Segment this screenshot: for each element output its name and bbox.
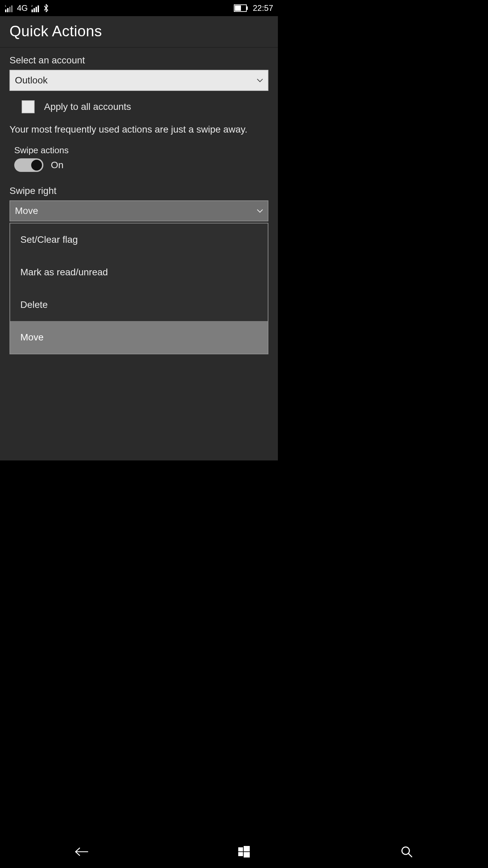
account-select-value: Outlook — [15, 75, 48, 86]
toggle-knob — [31, 160, 42, 171]
apply-all-checkbox[interactable] — [22, 100, 35, 113]
svg-rect-1 — [5, 9, 6, 12]
battery-icon — [234, 4, 248, 12]
svg-rect-9 — [38, 5, 39, 12]
bluetooth-icon — [43, 4, 49, 13]
swipe-right-select[interactable]: Move — [9, 200, 268, 221]
signal-sim1-icon: 1 — [5, 4, 14, 12]
dropdown-option[interactable]: Set/Clear flag — [10, 223, 268, 256]
dropdown-option-selected[interactable]: Move — [10, 321, 268, 354]
status-right: 22:57 — [234, 3, 273, 13]
svg-rect-6 — [32, 9, 33, 12]
swipe-actions-toggle[interactable] — [14, 158, 43, 172]
dropdown-option[interactable]: Delete — [10, 289, 268, 321]
svg-text:2: 2 — [31, 4, 33, 7]
description-text: Your most frequently used actions are ju… — [9, 124, 268, 135]
swipe-actions-label: Swipe actions — [14, 145, 268, 156]
svg-rect-7 — [34, 8, 35, 12]
svg-rect-3 — [9, 7, 11, 12]
swipe-right-label: Swipe right — [9, 185, 268, 196]
signal-sim2-icon: 2 — [31, 4, 40, 12]
apply-all-label: Apply to all accounts — [44, 101, 131, 112]
svg-rect-4 — [11, 5, 13, 12]
content-area: Select an account Outlook Apply to all a… — [0, 47, 278, 460]
dropdown-option[interactable]: Mark as read/unread — [10, 256, 268, 289]
svg-text:1: 1 — [5, 4, 6, 7]
svg-rect-12 — [247, 6, 248, 10]
swipe-actions-state: On — [51, 160, 63, 171]
account-select[interactable]: Outlook — [9, 70, 268, 91]
apply-all-row[interactable]: Apply to all accounts — [22, 100, 268, 113]
clock-label: 22:57 — [253, 3, 273, 13]
page-header: Quick Actions — [0, 16, 278, 47]
svg-rect-8 — [36, 7, 37, 12]
status-bar: 1 4G 2 — [0, 0, 278, 16]
status-left: 1 4G 2 — [5, 3, 49, 13]
account-label: Select an account — [9, 55, 268, 66]
swipe-right-dropdown: Set/Clear flag Mark as read/unread Delet… — [9, 223, 268, 354]
svg-rect-11 — [235, 5, 241, 11]
chevron-down-icon — [257, 78, 263, 82]
page-title: Quick Actions — [9, 23, 268, 40]
chevron-down-icon — [257, 209, 263, 213]
network-type-label: 4G — [17, 3, 28, 13]
svg-rect-2 — [7, 8, 8, 12]
swipe-right-select-value: Move — [15, 205, 38, 216]
